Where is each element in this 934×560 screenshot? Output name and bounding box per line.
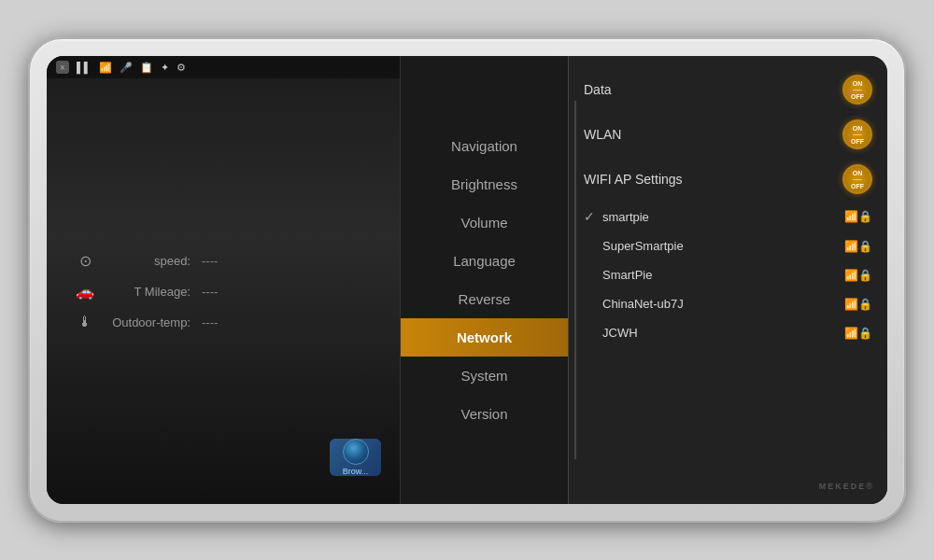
signal-icon: ▌▌ — [77, 62, 92, 73]
wifi-name-jcwh: JCWH — [602, 326, 844, 340]
menu-item-reverse[interactable]: Reverse — [401, 280, 568, 318]
device-frame: × ▌▌ 📶 🎤 📋 ✦ ⚙ ⊙ speed: ---- 🚗 T Mileage… — [28, 37, 906, 523]
mic-icon: 🎤 — [120, 62, 133, 74]
menu-item-system[interactable]: System — [401, 357, 568, 395]
wifi-signal-supersmartpie: 📶🔒 — [844, 240, 872, 253]
wifi-signal-chinanet: 📶🔒 — [844, 298, 872, 311]
browser-button[interactable]: Brow... — [330, 439, 381, 476]
data-toggle-row: Data ON──OFF — [569, 67, 887, 112]
wifi-name-smartpie: smartpie — [602, 210, 844, 224]
wifi-ap-toggle-row: WIFI AP Settings ON──OFF — [569, 157, 887, 202]
wifi-item-chinanet[interactable]: ChinaNet-ub7J 📶🔒 — [569, 289, 887, 318]
close-button[interactable]: × — [56, 61, 69, 74]
wlan-toggle-button[interactable]: ON──OFF — [842, 119, 872, 149]
wifi-item-supersmartpie[interactable]: SuperSmartpie 📶🔒 — [569, 231, 887, 260]
data-toggle-button[interactable]: ON──OFF — [842, 75, 872, 105]
thermometer-icon: 🌡 — [75, 314, 95, 330]
mileage-value: ---- — [202, 285, 218, 299]
temp-row: 🌡 Outdoor-temp: ---- — [75, 314, 372, 330]
menu-item-language[interactable]: Language — [401, 242, 568, 280]
wifi-name-chinanet: ChinaNet-ub7J — [602, 297, 844, 311]
menu-item-network[interactable]: Network — [401, 318, 568, 357]
wifi-signal-smartpie: 📶🔒 — [844, 210, 872, 223]
wifi-item-smartpie2[interactable]: SmartPie 📶🔒 — [569, 260, 887, 289]
brand-logo: MEKEDE® — [819, 482, 874, 497]
data-label: Data — [584, 82, 612, 97]
wlan-label: WLAN — [584, 127, 621, 142]
temp-label: Outdoor-temp: — [106, 315, 191, 329]
network-panel: Data ON──OFF WLAN ON──OFF WIFI AP Settin… — [568, 56, 887, 504]
wifi-item-jcwh[interactable]: JCWH 📶🔒 — [569, 318, 887, 347]
dashboard-panel: × ▌▌ 📶 🎤 📋 ✦ ⚙ ⊙ speed: ---- 🚗 T Mileage… — [47, 56, 400, 504]
panel-divider — [574, 101, 576, 459]
screen: × ▌▌ 📶 🎤 📋 ✦ ⚙ ⊙ speed: ---- 🚗 T Mileage… — [47, 56, 887, 504]
mileage-label: T Mileage: — [106, 285, 191, 299]
wifi-ap-toggle-button[interactable]: ON──OFF — [842, 164, 872, 194]
wifi-ap-label: WIFI AP Settings — [584, 172, 683, 187]
mileage-row: 🚗 T Mileage: ---- — [75, 283, 372, 301]
wifi-status-icon: 📶 — [99, 62, 112, 74]
browser-label: Brow... — [343, 467, 369, 476]
menu-item-version[interactable]: Version — [401, 395, 568, 433]
bluetooth-icon: ✦ — [161, 62, 169, 74]
wifi-item-smartpie[interactable]: ✓ smartpie 📶🔒 — [569, 202, 887, 231]
speed-label: speed: — [106, 254, 191, 268]
wifi-network-list: ✓ smartpie 📶🔒 SuperSmartpie 📶🔒 SmartPie … — [569, 202, 887, 493]
connected-check-icon: ✓ — [584, 209, 602, 224]
car-icon: 🚗 — [75, 283, 95, 301]
wifi-name-supersmartpie: SuperSmartpie — [602, 239, 844, 253]
settings-menu: Navigation Brightness Volume Language Re… — [400, 56, 568, 504]
status-bar: × ▌▌ 📶 🎤 📋 ✦ ⚙ — [47, 56, 400, 78]
wifi-name-smartpie2: SmartPie — [602, 268, 844, 282]
menu-item-brightness[interactable]: Brightness — [401, 165, 568, 203]
speed-row: ⊙ speed: ---- — [75, 252, 372, 270]
temp-value: ---- — [202, 315, 218, 329]
speed-icon: ⊙ — [75, 252, 95, 270]
menu-item-volume[interactable]: Volume — [401, 203, 568, 242]
globe-icon — [343, 439, 369, 465]
wifi-signal-smartpie2: 📶🔒 — [844, 269, 872, 282]
clipboard-icon: 📋 — [140, 62, 153, 74]
settings-icon: ⚙ — [177, 62, 186, 74]
speed-value: ---- — [202, 254, 218, 268]
wlan-toggle-row: WLAN ON──OFF — [569, 112, 887, 157]
menu-item-navigation[interactable]: Navigation — [401, 127, 568, 165]
wifi-signal-jcwh: 📶🔒 — [844, 327, 872, 340]
